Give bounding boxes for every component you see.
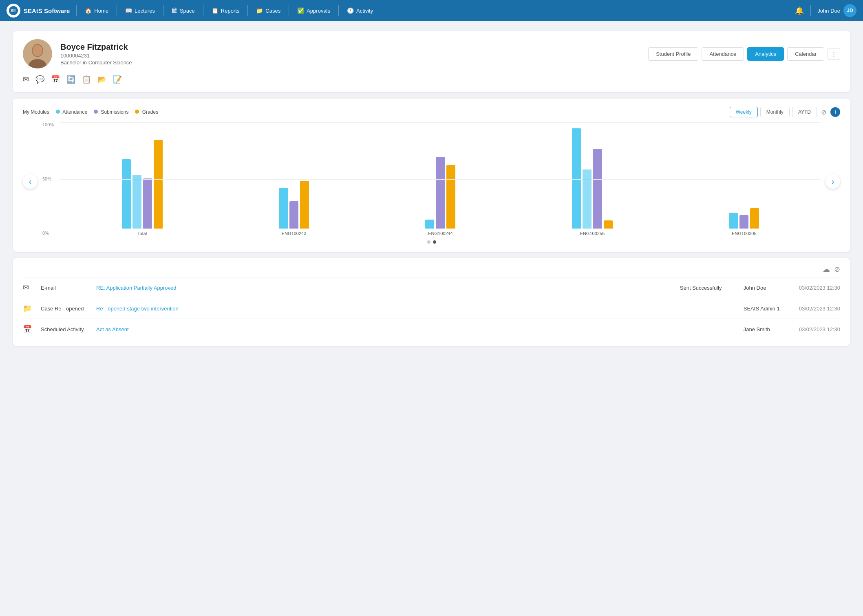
chart-info-icon[interactable]: i [830, 107, 840, 117]
activity-status-email: Sent Successfully [680, 285, 737, 291]
bar-group-eng100243: ENG100243 [279, 181, 309, 236]
legend-submissions: Submissions [94, 109, 128, 115]
nav-divider-1 [76, 5, 77, 16]
bar-group-eng100244: ENG100244 [425, 157, 455, 236]
copy-action-icon[interactable]: 📋 [82, 75, 91, 84]
nav-cases[interactable]: 📁 Cases [251, 5, 285, 16]
nav-cases-label: Cases [265, 8, 280, 14]
add-note-action-icon[interactable]: 📝 [113, 75, 122, 84]
activity-type-scheduled: Scheduled Activity [41, 326, 90, 332]
navbar: SE SEAtS Software 🏠 Home 📖 Lectures 🏛 Sp… [0, 0, 863, 21]
bar-label-eng100255: ENG100255 [580, 231, 605, 236]
activity-user-case: SEAtS Admin 1 [744, 306, 792, 312]
chart-controls: Weekly Monthly AYTD ⊘ i [730, 107, 840, 117]
chart-prev-button[interactable]: ‹ [23, 174, 38, 189]
profile-tabs: Student Profile Attendance Analytics Cal… [648, 47, 840, 61]
profile-header: Boyce Fitzpatrick 1000004231 Bachelor in… [23, 39, 840, 68]
legend-my-modules: My Modules [23, 109, 49, 115]
svg-point-5 [33, 45, 42, 56]
brand-logo: SE [7, 4, 20, 18]
home-icon: 🏠 [85, 7, 92, 14]
profile-degree: Bachelor in Computer Science [60, 59, 640, 66]
case-row-icon: 📁 [23, 304, 34, 313]
cloud-icon[interactable]: ☁ [823, 265, 830, 274]
bar-group-eng100255: ENG100255 [572, 128, 613, 236]
aytd-button[interactable]: AYTD [792, 107, 817, 117]
activity-date-case: 03/02/2023 12:30 [799, 306, 840, 312]
email-row-icon: ✉ [23, 283, 34, 292]
bar-eng100243-attendance [279, 188, 288, 229]
activity-row-case: 📁 Case Re - opened Re - opened stage two… [23, 298, 840, 319]
bar-total-attendance-light [122, 159, 131, 229]
nav-divider-3 [163, 5, 163, 16]
sync-action-icon[interactable]: 🔄 [66, 75, 75, 84]
brand-name: SEAtS Software [24, 7, 70, 14]
activity-link-case[interactable]: Re - opened stage two intervention [96, 306, 673, 312]
cases-icon: 📁 [256, 7, 263, 14]
scheduled-row-icon: 📅 [23, 325, 34, 334]
bar-eng100243-grades [300, 181, 309, 229]
filter-icon[interactable]: ⊘ [834, 265, 840, 274]
svg-text:SE: SE [11, 9, 16, 13]
user-avatar: JD [843, 4, 856, 17]
grid-line-100 [60, 122, 821, 123]
activity-link-email[interactable]: RE: Application Partially Approved [96, 285, 673, 291]
profile-more-button[interactable]: ⋮ [828, 48, 840, 60]
bar-eng100244-submissions [436, 157, 445, 229]
tab-analytics[interactable]: Analytics [747, 47, 784, 61]
chart-legend: My Modules Attendance Submissions Grades [23, 109, 158, 115]
user-name: John Doe [817, 8, 840, 14]
bar-total-attendance [132, 175, 141, 229]
activity-link-scheduled[interactable]: Act as Absent [96, 326, 673, 332]
nav-home-label: Home [94, 8, 108, 14]
bar-eng100305-grades [750, 208, 759, 229]
activity-header: ☁ ⊘ [23, 265, 840, 274]
nav-approvals[interactable]: ✅ Approvals [292, 5, 335, 16]
approvals-icon: ✅ [297, 7, 304, 14]
chart-header: My Modules Attendance Submissions Grades… [23, 107, 840, 117]
tab-calendar[interactable]: Calendar [787, 47, 824, 61]
tab-attendance[interactable]: Attendance [702, 47, 744, 61]
folder-action-icon[interactable]: 📂 [97, 75, 106, 84]
y-label-100: 100% [42, 122, 60, 127]
chart-filter-icon[interactable]: ⊘ [821, 108, 826, 116]
y-label-50: 50% [42, 176, 60, 181]
activity-user-email: John Doe [744, 285, 792, 291]
chat-action-icon[interactable]: 💬 [35, 75, 44, 84]
nav-lectures-label: Lectures [135, 8, 155, 14]
tab-student-profile[interactable]: Student Profile [648, 47, 698, 61]
nav-home[interactable]: 🏠 Home [80, 5, 113, 16]
monthly-button[interactable]: Monthly [760, 107, 790, 117]
bar-eng100255-attendance-high [572, 128, 581, 229]
activity-date-email: 03/02/2023 12:30 [799, 285, 840, 291]
nav-activity-label: Activity [356, 8, 373, 14]
chart-wrapper: ‹ › 100% 50% 0% [23, 122, 840, 244]
activity-type-email: E-mail [41, 285, 90, 291]
notification-bell-icon[interactable]: 🔔 [795, 6, 804, 15]
nav-reports[interactable]: 📋 Reports [207, 5, 245, 16]
profile-name: Boyce Fitzpatrick [60, 42, 640, 52]
nav-space[interactable]: 🏛 Space [167, 5, 200, 16]
nav-reports-label: Reports [221, 8, 240, 14]
email-action-icon[interactable]: ✉ [23, 75, 29, 84]
brand: SE SEAtS Software [7, 4, 70, 18]
bar-eng100244-grades [446, 165, 455, 229]
nav-divider-5 [247, 5, 248, 16]
attendance-dot [56, 110, 60, 114]
bar-eng100244-attendance [425, 220, 434, 229]
nav-divider-6 [289, 5, 289, 16]
profile-actions: ✉ 💬 📅 🔄 📋 📂 📝 [23, 75, 840, 84]
user-menu[interactable]: John Doe JD [817, 4, 856, 17]
profile-id: 1000004231 [60, 53, 640, 59]
submissions-dot [94, 110, 98, 114]
chart-next-button[interactable]: › [825, 174, 840, 189]
weekly-button[interactable]: Weekly [730, 107, 758, 117]
nav-lectures[interactable]: 📖 Lectures [120, 5, 160, 16]
grades-dot [135, 110, 139, 114]
calendar-action-icon[interactable]: 📅 [51, 75, 60, 84]
nav-divider-8 [810, 5, 811, 16]
nav-activity[interactable]: 🕐 Activity [342, 5, 378, 16]
nav-approvals-label: Approvals [307, 8, 330, 14]
reports-icon: 📋 [212, 7, 219, 14]
bar-eng100305-submissions [739, 215, 748, 229]
